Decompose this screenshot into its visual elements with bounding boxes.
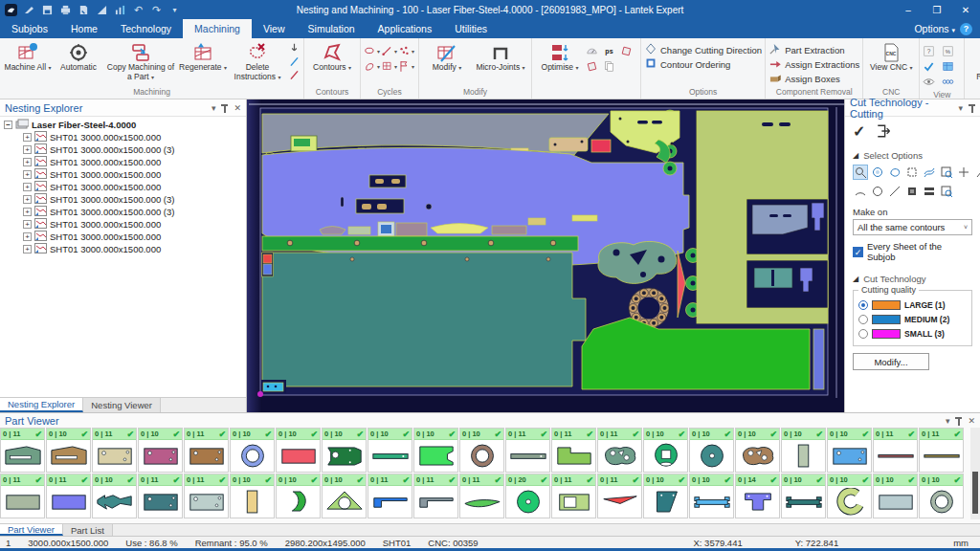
select-option-sq-icon[interactable] <box>904 165 920 180</box>
help-icon[interactable]: ? <box>960 23 972 35</box>
delete-instructions-button[interactable]: Delete Instructions ▾ <box>229 40 286 82</box>
close-panel-icon[interactable]: ✕ <box>234 103 241 113</box>
tree-sheet-3[interactable]: +SHT01 3000.000x1500.000 <box>4 156 246 168</box>
part-cell-r2-c21[interactable]: 0 | 10✔ <box>919 474 964 518</box>
flag-icon[interactable]: ▾ <box>398 58 415 74</box>
part-cell-r1-c9[interactable]: 0 | 10✔ <box>368 428 412 473</box>
expand-box-icon[interactable]: + <box>23 183 32 191</box>
tree-sheet-7[interactable]: +SHT01 3000.000x1500.000 (3) <box>4 206 246 218</box>
part-cell-r1-c12[interactable]: 0 | 11✔ <box>505 428 550 473</box>
part-cell-r1-c3[interactable]: 0 | 11✔ <box>92 428 137 473</box>
part-cell-r1-c16[interactable]: 0 | 10✔ <box>689 428 734 473</box>
part-cell-r2-c17[interactable]: 0 | 14✔ <box>735 474 780 518</box>
part-cell-r2-c1[interactable]: 0 | 11✔ <box>0 474 45 518</box>
make-on-select[interactable]: All the same contours˅ <box>853 219 972 235</box>
select-option-zoomwin-icon[interactable] <box>939 165 954 180</box>
part-cell-r1-c1[interactable]: 0 | 11✔ <box>0 428 45 473</box>
options-menu[interactable]: Options ▾ <box>914 23 955 34</box>
part-cell-r2-c14[interactable]: 0 | 11✔ <box>597 474 642 518</box>
expand-box-icon[interactable]: + <box>23 158 32 166</box>
tab-utilities[interactable]: Utilities <box>443 19 499 38</box>
pin-icon[interactable] <box>955 417 962 425</box>
contour-ordering-button[interactable]: Contour Ordering <box>644 57 762 71</box>
contours-button[interactable]: Contours ▾ <box>307 40 357 73</box>
spray-icon[interactable]: ▾ <box>364 58 381 74</box>
slashred-icon[interactable] <box>287 69 301 81</box>
minimize-button[interactable]: – <box>894 0 923 19</box>
part-cell-r1-c7[interactable]: 0 | 10✔ <box>276 428 321 473</box>
part-extraction-button[interactable]: Part Extraction <box>768 43 859 56</box>
automatic-button[interactable]: Automatic <box>54 40 103 73</box>
modify-button[interactable]: Modify... <box>853 353 929 370</box>
export-doc-icon[interactable] <box>78 4 90 16</box>
part-cell-r1-c8[interactable]: 0 | 10✔ <box>322 428 367 473</box>
tree-sheet-9[interactable]: +SHT01 3000.000x1500.000 <box>4 231 246 243</box>
maximize-button[interactable]: ❐ <box>923 0 951 19</box>
knife-icon[interactable] <box>23 4 35 16</box>
part-cell-r2-c4[interactable]: 0 | 11✔ <box>138 474 183 518</box>
tab-home[interactable]: Home <box>59 19 109 38</box>
select-option-contour-icon[interactable] <box>887 165 902 180</box>
part-cell-r2-c11[interactable]: 0 | 11✔ <box>459 474 504 518</box>
expand-box-icon[interactable]: + <box>23 232 32 241</box>
pencil-icon[interactable]: ▾ <box>381 43 398 58</box>
tree-sheet-6[interactable]: +SHT01 3000.000x1500.000 (3) <box>4 193 246 206</box>
panel-menu-icon[interactable]: ▾ <box>946 416 950 426</box>
collapse-triangle-icon[interactable]: ◢ <box>853 151 858 160</box>
part-cell-r1-c17[interactable]: 0 | 10✔ <box>735 428 780 473</box>
select-option-rdark-icon[interactable] <box>904 184 920 199</box>
tab-part-list[interactable]: Part List <box>63 524 113 536</box>
expand-box-icon[interactable]: + <box>23 245 32 253</box>
undo-icon[interactable]: ↶ <box>132 4 145 16</box>
app-logo-icon[interactable] <box>5 4 17 16</box>
part-cell-r1-c2[interactable]: 0 | 10✔ <box>46 428 91 473</box>
quality-medium-2[interactable]: MEDIUM (2) <box>858 312 967 326</box>
part-cell-r2-c18[interactable]: 0 | 10✔ <box>781 474 826 518</box>
part-cell-r2-c3[interactable]: 0 | 10✔ <box>92 474 137 518</box>
select-option-circ-icon[interactable] <box>870 165 885 180</box>
select-option-pick-icon[interactable] <box>853 165 868 180</box>
select-option-plus-icon[interactable] <box>956 165 971 180</box>
vhelp-icon[interactable]: ? <box>923 43 942 58</box>
pin-icon[interactable] <box>969 104 975 112</box>
select-option-line-icon[interactable] <box>887 184 902 199</box>
panel-menu-icon[interactable]: ▾ <box>958 103 963 113</box>
assign-extractions-button[interactable]: Assign Extractions <box>768 57 859 71</box>
expand-box-icon[interactable]: + <box>23 208 32 216</box>
tree-sheet-1[interactable]: +SHT01 3000.000x1500.000 <box>4 131 246 143</box>
part-cell-r1-c10[interactable]: 0 | 10✔ <box>413 428 458 473</box>
stampa-icon[interactable] <box>620 43 637 58</box>
part-cell-r2-c19[interactable]: 0 | 10✔ <box>827 474 872 518</box>
tree-sheet-8[interactable]: +SHT01 3000.000x1500.000 <box>4 218 246 231</box>
quality-small-3[interactable]: SMALL (3) <box>858 326 967 341</box>
chart-icon[interactable] <box>114 4 126 16</box>
select-option-arc2-icon[interactable] <box>853 184 868 199</box>
part-cell-r1-c13[interactable]: 0 | 11✔ <box>551 428 596 473</box>
vchain-icon[interactable] <box>942 74 961 89</box>
part-cell-r2-c15[interactable]: 0 | 10✔ <box>643 474 688 518</box>
micro-joints-button[interactable]: Micro-Joints ▾ <box>473 40 528 73</box>
collapse-box-icon[interactable]: − <box>4 121 12 129</box>
radio-icon[interactable] <box>858 315 868 324</box>
view-cnc-button[interactable]: CNCView CNC ▾ <box>866 40 916 73</box>
copy-machining-of-a-part-button[interactable]: Copy Machining of a Part ▾ <box>104 40 177 82</box>
tab-part-viewer[interactable]: Part Viewer <box>0 524 63 536</box>
modify-button[interactable]: Modify ▾ <box>422 40 472 73</box>
sheet-reposition-button[interactable]: Sheet Reposition <box>968 40 980 82</box>
tab-nesting-explorer[interactable]: Nesting Explorer <box>0 398 83 412</box>
part-cell-r2-c6[interactable]: 0 | 10✔ <box>230 474 275 518</box>
tree-sheet-10[interactable]: +SHT01 3000.000x1500.000 <box>4 243 246 255</box>
part-cell-r2-c5[interactable]: 0 | 11✔ <box>184 474 229 518</box>
part-cell-r2-c8[interactable]: 0 | 10✔ <box>322 474 367 518</box>
tab-simulation[interactable]: Simulation <box>297 19 367 38</box>
radio-icon[interactable] <box>858 329 868 339</box>
part-cell-r2-c12[interactable]: 0 | 20✔ <box>505 474 550 518</box>
set-square-icon[interactable] <box>96 4 108 16</box>
part-cell-r1-c14[interactable]: 0 | 11✔ <box>597 428 642 473</box>
pin-icon[interactable] <box>221 104 228 112</box>
tab-machining[interactable]: Machining <box>183 19 252 38</box>
arrowdown-icon[interactable] <box>287 42 301 55</box>
assign-boxes-button[interactable]: Assign Boxes <box>768 72 859 85</box>
apply-check-icon[interactable]: ✓ <box>853 122 865 141</box>
part-cell-r2-c13[interactable]: 0 | 11✔ <box>551 474 596 518</box>
